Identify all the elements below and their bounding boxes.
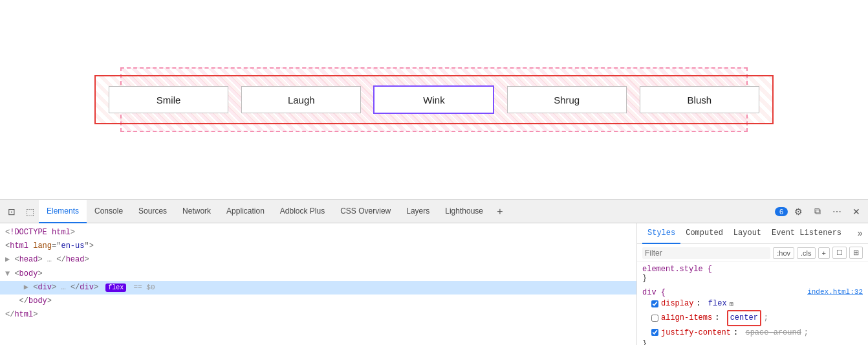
element-style-rule: element.style { } xyxy=(642,265,863,283)
styles-filter-row: :hov .cls + ☐ ⊞ xyxy=(637,244,868,262)
button-blush[interactable]: Blush xyxy=(640,86,759,113)
issue-badge[interactable]: 6 xyxy=(775,207,788,216)
button-shrug[interactable]: Shrug xyxy=(507,86,627,113)
prop-align-items-checkbox[interactable] xyxy=(651,315,658,322)
devtools-tabs-bar: ⊡ ⬚ Elements Console Sources Network App… xyxy=(0,200,868,223)
styles-content: element.style { } div { index.html:32 di… xyxy=(637,262,868,345)
tab-application[interactable]: Application xyxy=(219,200,272,223)
device-toolbar-icon[interactable]: ⬚ xyxy=(21,203,39,221)
html-body-open[interactable]: ▼ <body> xyxy=(0,267,636,281)
style-tab-computed[interactable]: Computed xyxy=(680,223,728,244)
style-tab-layout[interactable]: Layout xyxy=(728,223,766,244)
filter-cls-button[interactable]: .cls xyxy=(797,247,816,259)
style-action-icon-2[interactable]: ⊞ xyxy=(849,247,863,259)
more-options-icon[interactable]: ⋯ xyxy=(828,203,846,221)
prop-justify-content-checkbox[interactable] xyxy=(651,329,658,336)
tab-layers[interactable]: Layers xyxy=(398,200,437,223)
dock-icon[interactable]: ⧉ xyxy=(808,203,827,221)
tab-console[interactable]: Console xyxy=(87,200,131,223)
devtools-body: <!DOCTYPE html> <html lang="en-us"> ▶ <h… xyxy=(0,223,868,345)
html-tag: <html lang="en-us"> xyxy=(0,239,636,253)
html-tree-panel[interactable]: <!DOCTYPE html> <html lang="en-us"> ▶ <h… xyxy=(0,223,637,345)
tab-network[interactable]: Network xyxy=(175,200,219,223)
styles-panel: Styles Computed Layout Event Listeners »… xyxy=(637,223,868,345)
style-source-link[interactable]: index.html:32 xyxy=(807,288,863,296)
tab-adblock[interactable]: Adblock Plus xyxy=(272,200,332,223)
html-div-selected[interactable]: ▶ <div> … </div> flex == $0 xyxy=(0,281,636,295)
prop-align-items-value: center xyxy=(727,310,761,326)
tab-elements[interactable]: Elements xyxy=(39,200,87,223)
button-laugh[interactable]: Laugh xyxy=(241,86,361,113)
prop-display: display : flex ⊞ xyxy=(642,297,863,310)
devtools-panel: ⊡ ⬚ Elements Console Sources Network App… xyxy=(0,199,868,345)
prop-justify-content-value: space-around xyxy=(745,326,801,339)
add-tab-icon[interactable]: + xyxy=(491,203,509,221)
tab-css-overview[interactable]: CSS Overview xyxy=(332,200,398,223)
flex-container-box: Smile Laugh Wink Shrug Blush xyxy=(94,75,774,124)
style-tab-styles[interactable]: Styles xyxy=(642,223,680,244)
style-action-icon-1[interactable]: ☐ xyxy=(832,247,847,259)
prop-justify-content: justify-content : space-around ; xyxy=(642,326,863,339)
styles-tabs-row: Styles Computed Layout Event Listeners » xyxy=(637,223,868,244)
tab-sources[interactable]: Sources xyxy=(131,200,175,223)
element-style-selector: element.style { xyxy=(642,265,863,274)
button-smile[interactable]: Smile xyxy=(109,86,228,113)
styles-filter-input[interactable] xyxy=(642,247,770,259)
style-tabs-more-icon[interactable]: » xyxy=(858,228,863,239)
prop-display-checkbox[interactable] xyxy=(651,300,658,307)
filter-hov-button[interactable]: :hov xyxy=(773,247,794,259)
html-body-close: </body> xyxy=(0,295,636,308)
button-wink[interactable]: Wink xyxy=(374,86,494,113)
inspect-element-icon[interactable]: ⊡ xyxy=(3,203,21,221)
div-style-rule: div { index.html:32 display : flex ⊞ xyxy=(642,288,863,345)
div-style-close: } xyxy=(642,339,863,345)
add-style-rule-icon[interactable]: + xyxy=(818,247,830,259)
prop-align-items: align-items : center ; xyxy=(642,310,863,326)
html-doctype: <!DOCTYPE html> xyxy=(0,226,636,239)
html-html-close: </html> xyxy=(0,308,636,322)
devtools-right-controls: 6 ⚙ ⧉ ⋯ ✕ xyxy=(775,203,865,221)
html-head[interactable]: ▶ <head> … </head> xyxy=(0,253,636,267)
flex-grid-icon[interactable]: ⊞ xyxy=(730,299,739,308)
settings-icon[interactable]: ⚙ xyxy=(789,203,807,221)
tab-lighthouse[interactable]: Lighthouse xyxy=(437,200,491,223)
element-style-close: } xyxy=(642,274,863,283)
close-devtools-icon[interactable]: ✕ xyxy=(847,203,865,221)
div-selector-line: div { index.html:32 xyxy=(642,288,863,297)
style-tab-event-listeners[interactable]: Event Listeners xyxy=(766,223,847,244)
preview-area: Smile Laugh Wink Shrug Blush xyxy=(0,0,868,199)
